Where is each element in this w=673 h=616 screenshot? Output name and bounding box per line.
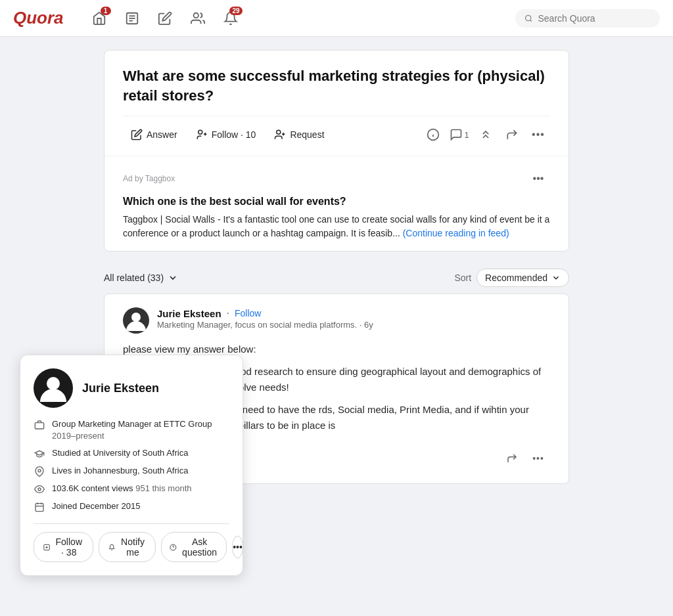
hover-more-button[interactable]: ••• [232, 536, 243, 558]
svg-point-20 [38, 488, 41, 491]
answer-share-button[interactable] [500, 447, 524, 470]
hover-card-header: Jurie Eksteen [34, 368, 229, 408]
answer-more-button[interactable]: ••• [526, 447, 550, 470]
hover-notify-label: Notify me [120, 537, 147, 558]
ad-title: Which one is the best social wall for ev… [123, 196, 550, 208]
author-follow-link[interactable]: Follow [235, 308, 261, 319]
ad-label: Ad by Taggbox ••• [123, 167, 550, 190]
request-icon [274, 129, 286, 141]
location-icon [34, 466, 45, 477]
svg-rect-18 [35, 423, 43, 429]
hover-ask-label: Ask question [181, 537, 218, 558]
hover-more-icon: ••• [233, 542, 243, 552]
hover-education-item: Studied at University of South Africa [34, 447, 229, 460]
ad-section: Ad by Taggbox ••• Which one is the best … [104, 156, 569, 251]
search-icon [524, 14, 533, 23]
follow-button[interactable]: Follow · 10 [188, 125, 264, 144]
info-icon [427, 128, 440, 141]
hover-avatar [34, 368, 73, 408]
header: Quora 1 [0, 0, 673, 37]
comment-count: 1 [464, 130, 469, 140]
share-button[interactable] [500, 123, 524, 146]
answer-more-icon: ••• [532, 453, 544, 464]
question-title: What are some successful marketing strat… [123, 66, 550, 105]
hover-follow-button[interactable]: Follow · 38 [34, 532, 93, 562]
more-button[interactable]: ••• [526, 123, 550, 146]
question-card: What are some successful marketing strat… [104, 50, 569, 252]
ad-more-button[interactable]: ••• [526, 167, 550, 190]
svg-point-5 [526, 15, 531, 20]
search-bar[interactable] [515, 9, 660, 28]
logo[interactable]: Quora [13, 8, 64, 28]
sort-section: Sort Recommended [454, 269, 569, 287]
author-name[interactable]: Jurie Eksteen [157, 308, 221, 319]
hover-views-item: 103.6K content views 951 this month [34, 483, 229, 495]
ad-more-icon: ••• [533, 173, 544, 185]
question-icon [170, 542, 177, 552]
svg-point-4 [193, 12, 198, 17]
answer-button[interactable]: Answer [123, 125, 185, 144]
write-nav-button[interactable] [151, 4, 179, 33]
home-nav-button[interactable]: 1 [85, 4, 114, 33]
follow-icon [43, 542, 50, 552]
follow-label: Follow · 10 [212, 129, 256, 140]
svg-point-10 [277, 131, 281, 135]
hover-joined-item: Joined December 2015 [34, 500, 229, 513]
briefcase-icon [34, 419, 45, 431]
chevron-down-icon [168, 273, 178, 283]
request-label: Request [290, 129, 324, 140]
answer-icon [131, 129, 143, 141]
svg-rect-21 [35, 504, 43, 512]
hover-location-item: Lives in Johannesburg, South Africa [34, 465, 229, 477]
edit-icon [158, 11, 172, 26]
question-section: What are some successful marketing strat… [104, 51, 569, 156]
hover-notify-button[interactable]: Notify me [99, 532, 156, 562]
request-button[interactable]: Request [266, 125, 332, 144]
svg-line-6 [530, 20, 532, 21]
nav-icons: 1 [85, 4, 245, 33]
downvote-button[interactable] [474, 123, 498, 146]
hover-info-list: Group Marketing Manager at ETTC Group 20… [34, 418, 229, 513]
graduation-icon [34, 448, 45, 460]
calendar-icon [34, 501, 45, 513]
all-related-button[interactable]: All related (33) [104, 273, 178, 283]
author-name-row: Jurie Eksteen · Follow [157, 307, 550, 319]
info-button[interactable] [421, 123, 445, 146]
bell-icon [108, 542, 115, 552]
comment-icon [450, 128, 463, 141]
svg-point-17 [47, 377, 60, 390]
share-icon [506, 452, 518, 464]
comment-button[interactable]: 1 [448, 123, 471, 146]
svg-point-16 [131, 313, 141, 322]
sort-button[interactable]: Recommended [476, 269, 569, 287]
hover-divider [34, 523, 229, 524]
author-info: Jurie Eksteen · Follow Marketing Manager… [157, 307, 550, 330]
eye-icon [34, 483, 45, 495]
spaces-nav-button[interactable] [183, 4, 212, 33]
hover-name[interactable]: Jurie Eksteen [82, 382, 159, 395]
question-actions: Answer Follow · 10 [123, 116, 550, 156]
all-related-row: All related (33) Sort Recommended [104, 259, 569, 294]
hover-card: Jurie Eksteen Group Marketing Manager at… [20, 355, 243, 576]
answers-nav-button[interactable] [118, 4, 147, 33]
spaces-icon [191, 11, 205, 26]
home-badge: 1 [101, 7, 111, 15]
sort-chevron-icon [551, 273, 561, 282]
ad-text: Taggbox | Social Walls - It's a fantasti… [123, 213, 550, 240]
more-icon: ••• [532, 129, 545, 141]
search-input[interactable] [538, 13, 651, 24]
hover-ask-button[interactable]: Ask question [161, 532, 227, 562]
ad-continue-link[interactable]: (Continue reading in feed) [403, 228, 509, 238]
share-icon [505, 128, 519, 141]
notifications-nav-button[interactable]: 29 [216, 4, 245, 33]
hover-job-item: Group Marketing Manager at ETTC Group 20… [34, 418, 229, 442]
all-related-label: All related (33) [104, 273, 164, 283]
downvote-icon [479, 128, 492, 141]
sort-label: Sort [454, 273, 471, 283]
svg-point-19 [38, 470, 41, 472]
hover-follow-label: Follow · 38 [54, 537, 83, 558]
answer-author-row: Jurie Eksteen · Follow Marketing Manager… [123, 307, 550, 334]
answer-label: Answer [147, 129, 177, 140]
sort-value: Recommended [485, 273, 547, 283]
notifications-badge: 29 [229, 7, 242, 15]
